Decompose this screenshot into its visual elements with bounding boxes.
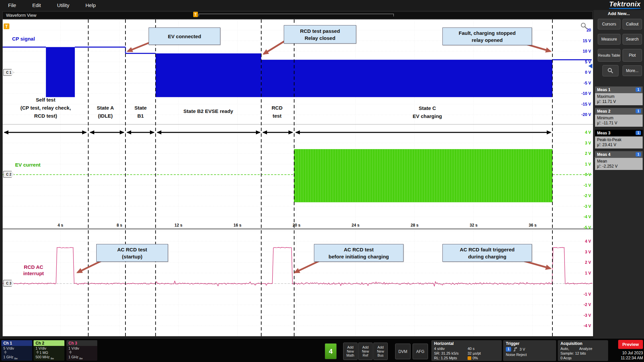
trigger-panel[interactable]: Trigger 1 3 V Noise Reject xyxy=(503,340,556,361)
ground-coupling-icon xyxy=(36,351,40,354)
channel-2-bandwidth: 500 MHz xyxy=(36,355,50,359)
menu-help[interactable]: Help xyxy=(77,0,104,10)
state-c-line1: State C xyxy=(374,104,481,112)
state-label-rcd-test: RCD test xyxy=(264,104,290,120)
state-b2-line1: State B2 EVSE ready xyxy=(156,107,261,115)
plot-button[interactable]: Plot xyxy=(623,49,642,62)
cp-signal-label: CP signal xyxy=(12,36,35,42)
results-table-button[interactable]: Results Table xyxy=(598,49,621,62)
horizontal-sample-rate: SR: 31.25 kS/s xyxy=(434,351,468,356)
rising-edge-icon xyxy=(513,347,518,352)
meas-2-type: Minimum xyxy=(597,116,641,121)
bottom-bar: Ch 1 5 V/div 1 GHz Bw Ch 2 1 V/div 1 MΩ … xyxy=(0,338,644,362)
meas-3-source-badge: 1 xyxy=(636,131,641,135)
callout-ac-rcd-test-before-charging[interactable]: AC RCD test before initiating charging xyxy=(314,244,404,262)
menu-edit[interactable]: Edit xyxy=(24,0,49,10)
callout-button[interactable]: Callout xyxy=(623,19,642,29)
position-indicator-icon xyxy=(468,356,471,360)
horizontal-scale: 4 s/div xyxy=(434,346,468,351)
add-new-label: Add New... xyxy=(594,11,644,16)
svg-text:-5 V: -5 V xyxy=(584,81,591,85)
meas-4-value: µ': -2.252 V xyxy=(597,164,641,169)
trigger-position-marker[interactable]: T xyxy=(193,12,198,17)
add-new-math-button[interactable]: Add New Math xyxy=(343,343,358,360)
meas-3-panel[interactable]: Meas 3 1 Peak-to-Peak µ': 23.41 V xyxy=(595,130,643,148)
meas-2-header: Meas 2 1 xyxy=(595,108,643,115)
state-label-state-b2: State B2 EVSE ready xyxy=(156,107,261,115)
acquisition-mode: Auto, xyxy=(560,346,569,351)
meas-4-panel[interactable]: Meas 4 1 Mean µ': -2.252 V xyxy=(595,151,643,170)
svg-text:2 V: 2 V xyxy=(585,151,591,156)
callout-text: EV connected xyxy=(168,33,201,40)
right-sidebar: Add New... Cursors Callout Measure Searc… xyxy=(594,10,644,338)
svg-text:-4 V: -4 V xyxy=(584,215,591,219)
rcd-test-line1: RCD xyxy=(264,104,290,112)
acquisition-acqs: 0 Acqs xyxy=(560,356,572,360)
svg-text:15 V: 15 V xyxy=(583,39,591,43)
meas-1-panel[interactable]: Meas 1 1 Maximum µ': 11.71 V xyxy=(595,86,643,105)
meas-2-name: Meas 2 xyxy=(597,109,610,114)
meas-2-panel[interactable]: Meas 2 1 Minimum µ': -11.71 V xyxy=(595,108,643,127)
channel-1-block[interactable]: Ch 1 5 V/div 1 GHz Bw xyxy=(1,340,32,361)
svg-text:3 V: 3 V xyxy=(585,141,591,145)
svg-text:4 s: 4 s xyxy=(58,223,63,228)
meas-4-source-badge: 1 xyxy=(636,152,641,157)
waveform-plot-area[interactable]: 4 s8 s12 s16 s20 s24 s28 s32 s36 s2015 V… xyxy=(2,19,593,337)
callout-ac-rcd-test-startup[interactable]: AC RCD test (startup) xyxy=(96,244,168,262)
panel-splitter-handle[interactable]: ⋮ xyxy=(592,158,598,161)
svg-text:5 V: 5 V xyxy=(585,60,591,64)
dvm-button[interactable]: DVM xyxy=(395,344,411,359)
more-button[interactable]: More... xyxy=(623,65,642,76)
preview-button[interactable]: Preview xyxy=(618,340,643,349)
waveform-canvas: 4 s8 s12 s16 s20 s24 s28 s32 s36 s2015 V… xyxy=(3,19,593,336)
callout-text: Fault, charging stopped xyxy=(459,29,516,37)
zoom-button[interactable] xyxy=(602,65,619,76)
magnifier-icon xyxy=(607,68,613,74)
svg-text:36 s: 36 s xyxy=(529,223,537,228)
add-new-ref-button[interactable]: Add New Ref xyxy=(358,343,373,360)
channel-3-settings: 1 V/div 1 GHz Bw xyxy=(66,346,97,361)
channel-2-settings: 1 V/div 1 MΩ 500 MHz Bw xyxy=(34,346,64,361)
channel-1-settings: 5 V/div 1 GHz Bw xyxy=(1,346,32,361)
acquisition-title: Acquisition xyxy=(558,340,608,346)
zoom-indicator-icon[interactable] xyxy=(580,22,588,31)
channel-3-scale: 1 V/div xyxy=(68,346,95,351)
callout-ev-connected[interactable]: EV connected xyxy=(149,27,220,45)
self-test-line2: (CP test, relay check, xyxy=(4,104,88,112)
svg-text:-2 V: -2 V xyxy=(584,193,591,198)
channel-1-label: Ch 1 xyxy=(1,340,32,346)
state-a-line1: State A xyxy=(85,104,125,112)
channel-2-block[interactable]: Ch 2 1 V/div 1 MΩ 500 MHz Bw xyxy=(34,340,64,361)
callout-fault-charging-stopped[interactable]: Fault, charging stopped relay opened xyxy=(442,27,532,45)
meas-1-type: Maximum xyxy=(597,94,641,99)
horizontal-panel[interactable]: Horizontal 4 s/div40 s SR: 31.25 kS/s32 … xyxy=(431,340,502,361)
afg-button[interactable]: AFG xyxy=(413,344,428,359)
state-label-state-b1: State B1 xyxy=(127,104,154,120)
meas-1-body: Maximum µ': 11.71 V xyxy=(595,93,643,105)
channel-3-label: Ch 3 xyxy=(66,340,97,346)
menu-file[interactable]: File xyxy=(0,0,24,10)
svg-text:-10 V: -10 V xyxy=(581,91,591,96)
horizontal-record-length: RL: 1.25 Mpts xyxy=(434,356,464,360)
trigger-source-badge[interactable]: T xyxy=(4,23,9,29)
cursors-button[interactable]: Cursors xyxy=(598,19,621,29)
svg-text:16 s: 16 s xyxy=(233,223,241,228)
svg-text:-15 V: -15 V xyxy=(581,102,591,107)
callout-rcd-test-passed[interactable]: RCD test passed Relay closed xyxy=(284,25,356,44)
search-button[interactable]: Search xyxy=(623,34,642,45)
state-label-state-c: State C EV charging xyxy=(374,104,481,120)
acquisition-panel[interactable]: Acquisition Auto,Analyze Sample: 12 bits… xyxy=(558,340,608,361)
menu-utility[interactable]: Utility xyxy=(49,0,77,10)
channel-3-block[interactable]: Ch 3 1 V/div 1 GHz Bw xyxy=(66,340,97,361)
waveform-count-badge[interactable]: 4 xyxy=(325,343,337,359)
callout-ac-rcd-fault-triggered[interactable]: AC RCD fault triggered during charging xyxy=(442,244,532,262)
svg-text:1 V: 1 V xyxy=(585,162,591,167)
meas-4-body: Mean µ': -2.252 V xyxy=(595,158,643,170)
meas-3-value: µ': 23.41 V xyxy=(597,142,641,147)
svg-text:20 s: 20 s xyxy=(292,223,301,228)
channel-2-label: Ch 2 xyxy=(34,340,64,346)
horizontal-position-bracket[interactable] xyxy=(199,14,394,16)
svg-text:8 s: 8 s xyxy=(117,223,122,228)
add-new-bus-button[interactable]: Add New Bus xyxy=(373,343,388,360)
measure-button[interactable]: Measure xyxy=(598,34,621,45)
